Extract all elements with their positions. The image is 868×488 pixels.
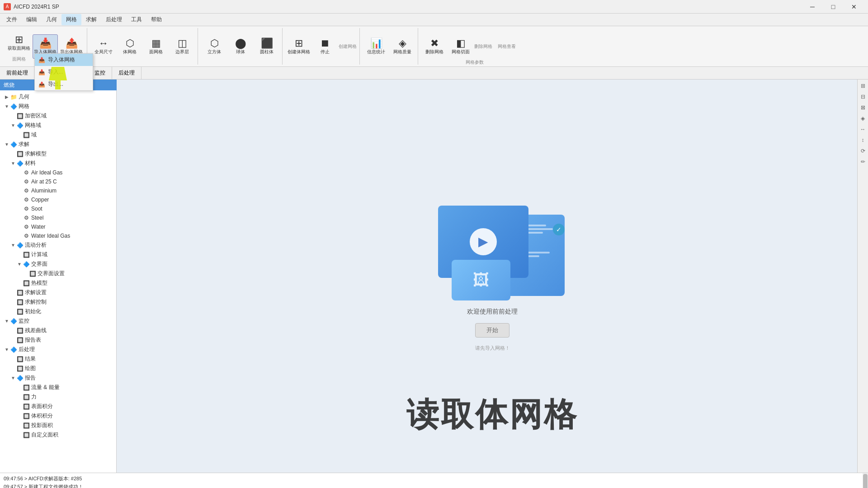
right-btn-5[interactable]: ↔: [859, 125, 868, 134]
tree-item-copper[interactable]: ⚙ Copper: [0, 195, 116, 204]
minimize-button[interactable]: ─: [802, 0, 823, 14]
volume-mesh-param-button[interactable]: ⬡ 体网格: [117, 34, 142, 59]
report-icon: 🔷: [16, 375, 24, 382]
stop-button[interactable]: ⏹ 停止: [312, 34, 338, 59]
illus-bottom-panel: 🖼: [452, 260, 510, 300]
material-icon7: ⚙: [23, 223, 30, 230]
tree-item-chushi[interactable]: 🔲 初始化: [0, 307, 116, 316]
tree-item-jiami[interactable]: 🔲 加密区域: [0, 111, 116, 121]
tree-item-soot[interactable]: ⚙ Soot: [0, 204, 116, 213]
plot-icon: 🔲: [16, 365, 24, 372]
tree-item-air-25c[interactable]: ⚙ Air at 25 C: [0, 177, 116, 186]
right-btn-7[interactable]: ⟳: [859, 146, 868, 155]
tree-item-tou-ying[interactable]: 🔲 投影面积: [0, 421, 116, 430]
face-mesh-param-button[interactable]: ▦ 面网格: [143, 34, 169, 59]
section-icon: ◧: [456, 38, 466, 48]
right-btn-8[interactable]: ✏: [859, 157, 868, 166]
boundary-layer-button[interactable]: ◫ 边界层: [170, 34, 195, 59]
boundary-layer-icon: ◫: [178, 38, 187, 48]
material-icon2: ⚙: [23, 178, 30, 185]
tree-item-wangge[interactable]: ▼ 🔷 网格: [0, 102, 116, 111]
tree-area[interactable]: ▶ 📁 几何 ▼ 🔷 网格 🔲 加密区域: [0, 90, 116, 473]
tree-item-jihe[interactable]: ▶ 📁 几何: [0, 92, 116, 102]
delete-mesh-button[interactable]: ✖ 删除网格: [422, 34, 447, 59]
tree-item-liudong[interactable]: ▼ 🔷 流动分析: [0, 240, 116, 250]
close-button[interactable]: ✕: [844, 0, 864, 14]
global-size-button[interactable]: ↔ 全局尺寸: [91, 34, 116, 59]
mesh-section-button[interactable]: ◧ 网格切面: [448, 34, 473, 59]
residual-icon: 🔲: [16, 327, 24, 334]
right-btn-3[interactable]: ⊠: [859, 103, 868, 112]
cube-button[interactable]: ⬡ 立方体: [202, 34, 227, 59]
get-face-mesh-button[interactable]: ⊞ 获取面网格: [6, 31, 32, 55]
sub-tab-postprocess[interactable]: 后处理: [112, 67, 142, 79]
tree-item-cailiao[interactable]: ▼ 🔷 材料: [0, 159, 116, 168]
menu-solve[interactable]: 求解: [81, 14, 101, 25]
tree-item-air-ideal-gas[interactable]: ⚙ Air Ideal Gas: [0, 168, 116, 177]
menu-postprocess[interactable]: 后处理: [101, 14, 127, 25]
cylinder-button[interactable]: ⬛ 圆柱体: [254, 34, 279, 59]
tree-item-huitu[interactable]: 🔲 绘图: [0, 364, 116, 373]
quality-icon: ◈: [399, 38, 406, 48]
log-scrollbar[interactable]: [863, 473, 868, 488]
tree-item-yu[interactable]: 🔲 域: [0, 130, 116, 140]
material-icon: ⚙: [23, 169, 30, 176]
tree-item-baogao[interactable]: ▼ 🔷 报告: [0, 373, 116, 383]
log-scrollbar-thumb[interactable]: [863, 474, 868, 488]
tree-item-jieface[interactable]: ▼ 🔷 交界面: [0, 259, 116, 269]
monitor-icon: 🔷: [10, 318, 17, 325]
sphere-button[interactable]: ⬤ 球体: [228, 34, 253, 59]
tree-item-jiance[interactable]: ▼ 🔷 监控: [0, 316, 116, 326]
menu-tools[interactable]: 工具: [127, 14, 146, 25]
tree-item-biaomianji[interactable]: 🔲 表面积分: [0, 402, 116, 411]
dropdown-import-other[interactable]: 📥 导入...: [35, 66, 93, 78]
tree-item-steel[interactable]: ⚙ Steel: [0, 213, 116, 222]
right-btn-6[interactable]: ↕: [859, 136, 868, 145]
create-mesh-icon: ⊞: [295, 38, 303, 48]
import-hint: 请先导入网格！: [475, 345, 510, 352]
tree-item-qiujie-set[interactable]: 🔲 求解设置: [0, 288, 116, 297]
tree-item-zidinyi-mianji[interactable]: 🔲 自定义面积: [0, 430, 116, 440]
tree-item-aluminium[interactable]: ⚙ Aluminium: [0, 186, 116, 195]
dropdown-export[interactable]: 📤 导出...: [35, 78, 93, 90]
tree-item-tiji-ji[interactable]: 🔲 体积积分: [0, 411, 116, 421]
tree-item-wanggeyuyu[interactable]: ▼ 🔷 网格域: [0, 121, 116, 130]
right-btn-1[interactable]: ⊞: [859, 81, 868, 90]
tree-item-houchuli[interactable]: ▼ 🔷 后处理: [0, 345, 116, 354]
maximize-button[interactable]: □: [823, 0, 844, 14]
dropdown-import-mesh[interactable]: 📥 导入体网格: [35, 54, 93, 66]
tree-item-qiujie[interactable]: ▼ 🔷 求解: [0, 140, 116, 149]
folder-icon: 📁: [10, 94, 17, 101]
tree-item-qiujie-ctrl[interactable]: 🔲 求解控制: [0, 297, 116, 307]
menu-mesh[interactable]: 网格: [61, 14, 81, 25]
right-btn-4[interactable]: ◈: [859, 114, 868, 123]
start-button[interactable]: 开始: [475, 323, 509, 338]
info-stats-button[interactable]: 📊 信息统计: [363, 34, 389, 59]
tree-item-baogao-biao[interactable]: 🔲 报告表: [0, 335, 116, 345]
right-btn-2[interactable]: ⊟: [859, 92, 868, 101]
menu-edit[interactable]: 编辑: [22, 14, 42, 25]
window-controls: ─ □ ✕: [802, 0, 864, 14]
mesh-domain-icon: 🔷: [16, 122, 24, 129]
tree-item-liuliang-nengliang[interactable]: 🔲 流量 & 能量: [0, 383, 116, 392]
tree-item-jieface-set[interactable]: 🔲 交界面设置: [0, 269, 116, 278]
tree-item-jican-qu[interactable]: 🔲 残差曲线: [0, 326, 116, 335]
export-mesh-icon: 📤: [66, 38, 78, 48]
tree-item-water-ideal-gas[interactable]: ⚙ Water Ideal Gas: [0, 231, 116, 240]
create-volume-mesh-button[interactable]: ⊞ 创建体网格: [286, 34, 311, 59]
tree-item-qiujie-moxing[interactable]: 🔲 求解模型: [0, 149, 116, 159]
tree-item-jieguo[interactable]: 🔲 结果: [0, 354, 116, 364]
menu-help[interactable]: 帮助: [146, 14, 166, 25]
tree-item-remode[interactable]: 🔲 热模型: [0, 278, 116, 288]
tree-item-jisuan-yu[interactable]: 🔲 计算域: [0, 250, 116, 259]
menu-geometry[interactable]: 几何: [42, 14, 61, 25]
material-icon8: ⚙: [23, 232, 30, 239]
tree-item-li[interactable]: 🔲 力: [0, 392, 116, 402]
menu-file[interactable]: 文件: [2, 14, 22, 25]
menu-bar: 文件 编辑 几何 网格 求解 后处理 工具 帮助: [0, 14, 868, 26]
tree-item-water[interactable]: ⚙ Water: [0, 222, 116, 231]
sub-tab-preprocess[interactable]: 前前处理: [0, 67, 35, 79]
app-title: AICFD 2024R1 SP: [14, 4, 59, 10]
mesh-quality-button[interactable]: ◈ 网格质量: [390, 34, 415, 59]
solve-ctrl-icon: 🔲: [16, 299, 24, 306]
